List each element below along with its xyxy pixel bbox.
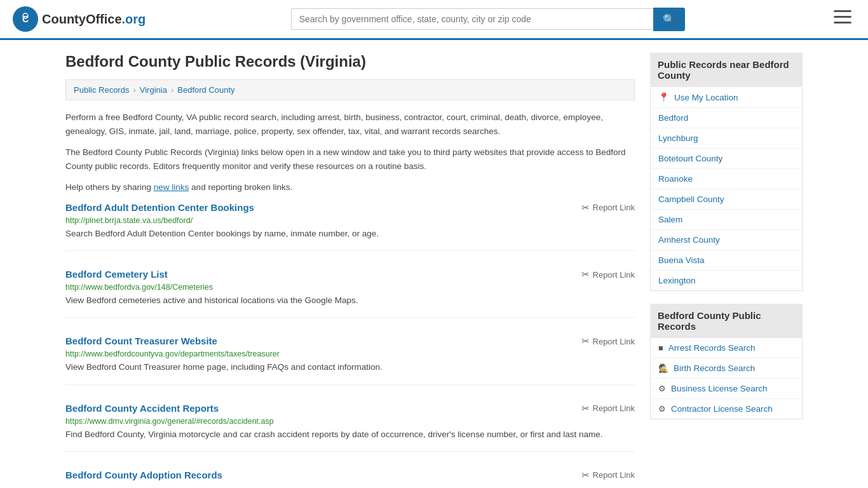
nearby-place-link[interactable]: Salem <box>658 215 682 224</box>
record-title[interactable]: Bedford County Adoption Records <box>65 470 222 480</box>
search-icon: 🔍 <box>663 14 675 25</box>
records-section-header: Bedford County Public Records <box>650 304 803 338</box>
nearby-section: Public Records near Bedford County 📍 Use… <box>650 53 803 291</box>
nearby-list: 📍 Use My Location Bedford Lynchburg Bote… <box>650 87 803 291</box>
record-item: Bedford Adult Detention Center Bookings … <box>65 202 635 251</box>
record-link-item[interactable]: ⚙ Business License Search <box>650 379 803 399</box>
record-item: Bedford Cemetery List ✂ Report Link http… <box>65 269 635 318</box>
breadcrumb-public-records[interactable]: Public Records <box>74 85 129 95</box>
contractor-license-link[interactable]: Contractor License Search <box>671 404 773 414</box>
description-2: The Bedford County Public Records (Virgi… <box>65 146 635 173</box>
record-url[interactable]: http://plnet.brrja.state.va.us/bedford/ <box>65 216 635 225</box>
report-link-button[interactable]: ✂ Report Link <box>581 470 635 481</box>
breadcrumb-sep-2: › <box>171 85 173 95</box>
record-link-item[interactable]: ⚙ Contractor License Search <box>650 399 803 419</box>
record-item: Bedford County Accident Reports ✂ Report… <box>65 403 635 452</box>
nearby-place-item[interactable]: Lynchburg <box>651 128 802 149</box>
records-list: Bedford Adult Detention Center Bookings … <box>65 202 635 488</box>
nearby-place-link[interactable]: Buena Vista <box>658 255 705 265</box>
nearby-place-item[interactable]: Roanoke <box>651 169 802 189</box>
record-title[interactable]: Bedford Cemetery List <box>65 269 168 280</box>
birth-icon: 🕵 <box>658 363 668 373</box>
svg-rect-3 <box>834 10 851 12</box>
nearby-place-link[interactable]: Botetourt County <box>658 154 722 163</box>
search-area: 🔍 <box>291 8 685 31</box>
records-link-list: ■ Arrest Records Search 🕵 Birth Records … <box>650 338 803 419</box>
scissors-icon: ✂ <box>581 403 590 414</box>
nearby-place-item[interactable]: Botetourt County <box>651 149 802 169</box>
record-url[interactable]: http://www.bedfordva.gov/148/Cemeteries <box>65 283 635 292</box>
record-desc: Find Bedford County, Virginia motorcycle… <box>65 428 635 441</box>
scissors-icon: ✂ <box>581 202 590 214</box>
use-my-location-link[interactable]: Use My Location <box>674 93 738 102</box>
svg-rect-5 <box>834 22 851 24</box>
record-url[interactable]: http://www.bedfordcountyva.gov/departmen… <box>65 349 635 358</box>
record-title[interactable]: Bedford County Accident Reports <box>65 403 219 414</box>
logo-area: C CountyOffice.org <box>13 6 146 32</box>
hamburger-menu-icon[interactable] <box>830 6 855 32</box>
report-link-button[interactable]: ✂ Report Link <box>581 202 635 214</box>
use-my-location-item[interactable]: 📍 Use My Location <box>651 87 802 108</box>
main-container: Bedford County Public Records (Virginia)… <box>53 40 815 488</box>
report-link-button[interactable]: ✂ Report Link <box>581 403 635 414</box>
nearby-header: Public Records near Bedford County <box>650 53 803 87</box>
nearby-place-link[interactable]: Campbell County <box>658 194 724 204</box>
breadcrumb-bedford-county[interactable]: Bedford County <box>177 85 234 95</box>
nearby-place-item[interactable]: Bedford <box>651 108 802 128</box>
logo-icon: C <box>13 6 38 32</box>
record-item: Bedford Count Treasurer Website ✂ Report… <box>65 336 635 384</box>
arrest-records-link[interactable]: Arrest Records Search <box>668 343 756 353</box>
nearby-place-item[interactable]: Campbell County <box>651 189 802 210</box>
contractor-icon: ⚙ <box>658 404 666 414</box>
arrest-icon: ■ <box>658 343 663 353</box>
scissors-icon: ✂ <box>581 269 590 280</box>
nearby-place-item[interactable]: Amherst County <box>651 230 802 250</box>
nearby-place-item[interactable]: Lexington <box>651 271 802 290</box>
location-pin-icon: 📍 <box>658 92 669 102</box>
record-desc: View Bedford cemeteries active and histo… <box>65 294 635 307</box>
record-link-item[interactable]: 🕵 Birth Records Search <box>650 358 803 379</box>
business-license-link[interactable]: Business License Search <box>671 384 768 393</box>
search-button[interactable]: 🔍 <box>653 8 685 31</box>
header: C CountyOffice.org 🔍 <box>0 0 868 40</box>
description-3: Help others by sharing new links and rep… <box>65 180 635 194</box>
scissors-icon: ✂ <box>581 336 590 347</box>
nearby-place-item[interactable]: Buena Vista <box>651 250 802 271</box>
scissors-icon: ✂ <box>581 470 590 481</box>
birth-records-link[interactable]: Birth Records Search <box>674 363 755 373</box>
record-title[interactable]: Bedford Adult Detention Center Bookings <box>65 202 254 213</box>
report-link-button[interactable]: ✂ Report Link <box>581 269 635 280</box>
sidebar: Public Records near Bedford County 📍 Use… <box>650 53 803 488</box>
logo-text: CountyOffice.org <box>42 12 146 27</box>
nearby-place-link[interactable]: Lexington <box>658 276 696 285</box>
record-link-item[interactable]: ■ Arrest Records Search <box>650 338 803 358</box>
nearby-place-link[interactable]: Lynchburg <box>658 133 698 143</box>
page-title: Bedford County Public Records (Virginia) <box>65 53 635 71</box>
new-links-link[interactable]: new links <box>154 182 189 192</box>
nearby-place-link[interactable]: Roanoke <box>658 174 693 184</box>
nearby-place-link[interactable]: Bedford <box>658 113 688 123</box>
records-section: Bedford County Public Records ■ Arrest R… <box>650 304 803 419</box>
record-desc: Search Bedford Adult Detention Center bo… <box>65 227 635 240</box>
record-url[interactable]: https://www.dmv.virginia.gov/general/#re… <box>65 417 635 426</box>
breadcrumb-sep-1: › <box>133 85 135 95</box>
nearby-place-item[interactable]: Salem <box>651 210 802 230</box>
business-icon: ⚙ <box>658 384 666 393</box>
nearby-place-link[interactable]: Amherst County <box>658 235 720 245</box>
description-1: Perform a free Bedford County, VA public… <box>65 111 635 138</box>
svg-rect-4 <box>834 16 851 18</box>
breadcrumb: Public Records › Virginia › Bedford Coun… <box>65 79 635 100</box>
record-title[interactable]: Bedford Count Treasurer Website <box>65 336 217 346</box>
search-input[interactable] <box>291 8 653 30</box>
record-desc: View Bedford Count Treasurer home page, … <box>65 361 635 374</box>
record-item: Bedford County Adoption Records ✂ Report… <box>65 470 635 488</box>
breadcrumb-virginia[interactable]: Virginia <box>140 85 167 95</box>
report-link-button[interactable]: ✂ Report Link <box>581 336 635 347</box>
content-area: Bedford County Public Records (Virginia)… <box>65 53 635 488</box>
